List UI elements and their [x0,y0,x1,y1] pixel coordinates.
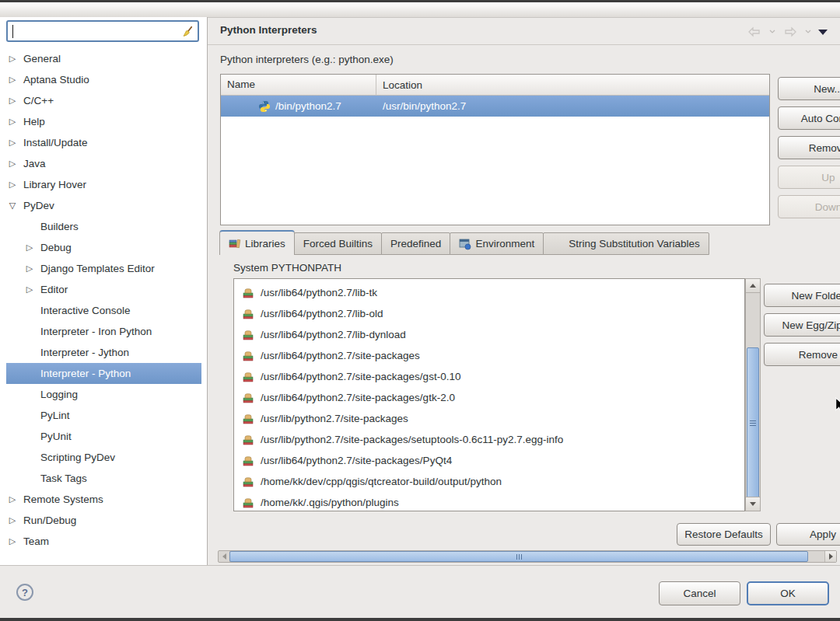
tree-item[interactable]: Library Hover [6,174,201,195]
scroll-up-button[interactable] [746,279,760,293]
expander-icon[interactable] [6,48,19,69]
interpreter-row[interactable]: /bin/python2.7 /usr/bin/python2.7 [221,96,769,117]
clear-filter-broom-icon[interactable] [180,25,194,39]
cancel-button[interactable]: Cancel [659,581,740,605]
expander-icon[interactable] [6,153,19,174]
scroll-down-button[interactable] [746,497,760,511]
forward-menu-chevron-icon[interactable] [805,30,811,34]
expander-icon[interactable] [6,195,19,216]
tab[interactable]: String Substitution Variables [543,232,709,255]
pythonpath-item[interactable]: /usr/lib64/python2.7/site-packages/gtk-2… [234,387,744,408]
ok-button[interactable]: OK [747,581,829,605]
preferences-window: General Aptana Studio C/C++ Help Ins [0,0,840,621]
tab[interactable]: Predefined [381,232,450,255]
interpreter-action-button[interactable]: Up [778,166,840,189]
view-menu-icon[interactable] [818,30,828,35]
scroll-left-button[interactable] [219,551,230,562]
expander-icon[interactable] [23,237,36,258]
back-icon[interactable] [747,26,762,38]
down-arrow-icon [750,502,756,506]
tree-item[interactable]: Help [6,111,201,132]
tree-item[interactable]: Builders [6,216,201,237]
library-jar-icon [242,497,254,509]
pythonpath-item[interactable]: /usr/lib/python2.7/site-packages/setupto… [234,429,744,450]
expander-icon[interactable] [23,279,36,300]
interpreter-action-button[interactable]: Down [778,195,840,218]
pythonpath-item[interactable]: /home/kk/dev/cpp/qgis/qtcreator-build/ou… [234,471,744,492]
interpreter-action-button[interactable]: Auto Config [778,106,840,130]
tree-item[interactable]: Interpreter - Jython [6,342,201,363]
tab[interactable]: Libraries [219,230,295,255]
tree-item[interactable]: C/C++ [6,90,201,111]
expander-icon[interactable] [6,90,19,111]
expander-icon[interactable] [6,510,19,531]
tab[interactable]: Forced Builtins [294,232,382,255]
tree-item[interactable]: Install/Update [6,132,201,153]
pythonpath-action-button[interactable]: Remove [764,343,840,366]
pythonpath-item[interactable]: /home/kk/.qgis/python/plugins [234,492,744,511]
expander-icon[interactable] [6,489,19,510]
table-body: /bin/python2.7 /usr/bin/python2.7 [221,96,769,117]
window-bottom-border [0,618,840,621]
help-button[interactable]: ? [16,584,33,601]
tree-item-label: C/C++ [23,95,54,106]
tree-item[interactable]: PyUnit [6,426,201,447]
pythonpath-action-button[interactable]: New Egg/Zip(s) [764,313,840,337]
pythonpath-item[interactable]: /usr/lib64/python2.7/lib-tk [234,282,744,303]
restore-defaults-button[interactable]: Restore Defaults [677,523,771,546]
tree-item[interactable]: PyDev [6,195,201,216]
tree-item[interactable]: Django Templates Editor [6,258,201,279]
tree-item[interactable]: Interpreter - Python [6,363,201,384]
tree-item[interactable]: Team [6,531,201,552]
tree-item[interactable]: Scripting PyDev [6,447,201,468]
pythonpath-action-button[interactable]: New Folder [764,284,840,307]
interpreter-action-button[interactable]: Remove [778,136,840,159]
vertical-scroll-thumb[interactable] [747,347,759,498]
expander-icon[interactable] [6,132,19,153]
tree-item[interactable]: Java [6,153,201,174]
pythonpath-text: /home/kk/.qgis/python/plugins [261,497,399,508]
pythonpath-list[interactable]: /usr/lib64/python2.7/lib-tk /usr/lib64/p… [233,278,745,511]
pythonpath-item[interactable]: /usr/lib64/python2.7/site-packages/gst-0… [234,366,744,387]
pythonpath-item[interactable]: /usr/lib/python2.7/site-packages [234,408,744,429]
pythonpath-text: /usr/lib64/python2.7/lib-tk [261,287,377,298]
expander-icon[interactable] [6,531,19,552]
pythonpath-item[interactable]: /usr/lib64/python2.7/site-packages [234,345,744,366]
tree-item[interactable]: Debug [6,237,201,258]
interpreters-table[interactable]: Name Location /bin/python2.7 [220,74,770,225]
tree-item[interactable]: Editor [6,279,201,300]
expander-icon[interactable] [6,174,19,195]
back-menu-chevron-icon[interactable] [769,30,775,34]
expander-icon[interactable] [6,111,19,132]
tree-item[interactable]: Interactive Console [6,300,201,321]
tree-item[interactable]: Interpreter - Iron Python [6,321,201,342]
pythonpath-item[interactable]: /usr/lib64/python2.7/lib-old [234,303,744,324]
filter-input[interactable] [6,20,199,42]
pythonpath-item[interactable]: /usr/lib64/python2.7/lib-dynload [234,324,744,345]
content-pane: Python Interpreters Python interpreters … [208,17,840,565]
horizontal-scroll-thumb[interactable] [229,551,808,562]
apply-button[interactable]: Apply [776,523,840,546]
expander-icon[interactable] [6,69,19,90]
scroll-right-button[interactable] [824,551,836,562]
pythonpath-text: /home/kk/dev/cpp/qgis/qtcreator-build/ou… [261,476,502,487]
expander-icon[interactable] [23,258,36,279]
tree-item[interactable]: Task Tags [6,468,201,489]
tree-item[interactable]: General [6,48,201,69]
tree-item[interactable]: Logging [6,384,201,405]
tab[interactable]: Environment [450,232,544,255]
tree-item[interactable]: Remote Systems [6,489,201,510]
tree-item[interactable]: Aptana Studio [6,69,201,90]
interpreter-action-button[interactable]: New... [778,77,840,100]
tree-item[interactable]: Run/Debug [6,510,201,531]
tree-item-label: Interpreter - Iron Python [40,326,152,337]
pythonpath-item[interactable]: /usr/lib64/python2.7/site-packages/PyQt4 [234,450,744,471]
list-vertical-scrollbar[interactable] [745,278,761,511]
pane-horizontal-scrollbar[interactable] [218,550,837,563]
tree-item-label: Interpreter - Python [40,368,131,379]
page-title: Python Interpreters [220,24,317,36]
forward-icon[interactable] [782,26,798,38]
tree-item[interactable]: PyLint [6,405,201,426]
library-jar-icon [242,329,254,341]
library-jar-icon [242,371,254,383]
